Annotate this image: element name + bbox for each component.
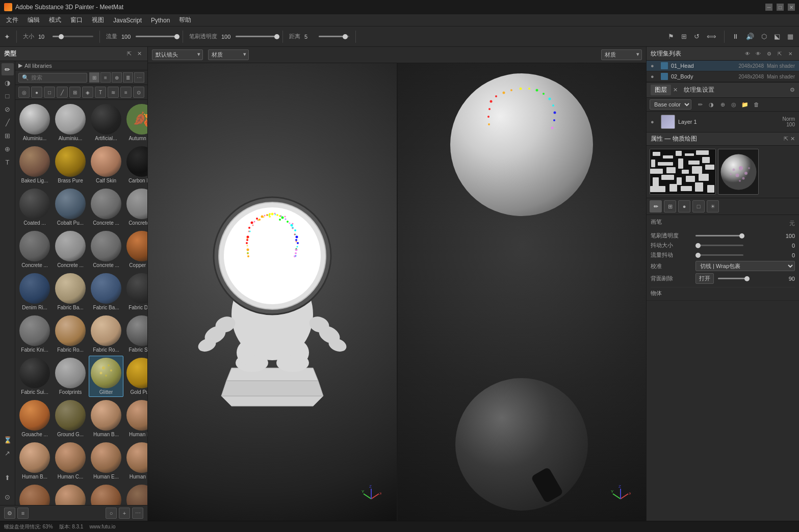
flow-jitter-slider[interactable] — [695, 254, 743, 256]
menu-view[interactable]: 视图 — [88, 15, 108, 25]
brush-opacity-slider[interactable] — [695, 235, 743, 236]
material-item-34[interactable]: Human E... — [89, 440, 123, 482]
eraser-tool-button[interactable]: ◑ — [2, 76, 14, 89]
volume-icon[interactable]: 🔊 — [746, 33, 754, 40]
eyedropper-button[interactable]: ⌛ — [2, 434, 14, 446]
texture-settings-tab[interactable]: 纹理集设置 — [680, 85, 718, 95]
material-item-6[interactable]: Calf Skin — [89, 144, 123, 185]
filter-env-button[interactable]: ≡ — [120, 87, 132, 98]
sort-button[interactable]: ≣ — [123, 72, 133, 83]
paint-tool-button[interactable]: ✏ — [2, 63, 14, 75]
props-sun-icon[interactable]: ☀ — [707, 200, 719, 212]
layer-delete-icon[interactable]: 🗑 — [751, 99, 761, 110]
layer-folder-icon[interactable]: 📁 — [740, 99, 750, 110]
material-item-27[interactable]: Gold Pure — [124, 356, 147, 397]
props-square-icon[interactable]: □ — [692, 200, 705, 212]
menu-javascript[interactable]: JavaScript — [109, 16, 146, 25]
smudge-tool-button[interactable]: ⊘ — [2, 103, 14, 115]
search-input[interactable] — [31, 74, 84, 81]
filter-all-button[interactable]: ◎ — [18, 87, 30, 98]
props-close-button[interactable]: ✕ — [790, 136, 795, 142]
material-item-14[interactable]: Concrete ... — [89, 229, 123, 270]
material-item-39[interactable]: Human H... — [124, 483, 147, 505]
menu-python[interactable]: Python — [147, 16, 174, 25]
material-item-17[interactable]: Fabric Ba... — [53, 271, 88, 312]
texture-close-button[interactable]: ✕ — [786, 49, 795, 58]
breadcrumb-all-libraries[interactable]: All libraries — [24, 63, 52, 69]
material-item-13[interactable]: Concrete ... — [53, 229, 88, 270]
panel-close-button[interactable]: ✕ — [135, 50, 143, 58]
material-item-2[interactable]: Artificial... — [89, 102, 123, 143]
minimize-button[interactable]: ─ — [765, 4, 772, 11]
add-bottom-button[interactable]: + — [119, 508, 130, 519]
left-viewport[interactable]: X Y Z — [148, 63, 398, 521]
texture-settings-button[interactable]: ⚙ — [764, 49, 774, 58]
material-item-3[interactable]: 🍂Autumn L... — [124, 102, 147, 143]
filter-brush-button[interactable]: ╱ — [57, 87, 68, 98]
material-item-15[interactable]: Copper P... — [124, 229, 147, 270]
material-item-12[interactable]: Concrete ... — [17, 229, 52, 270]
menu-mode[interactable]: 模式 — [45, 15, 65, 25]
material-item-29[interactable]: Ground G... — [53, 398, 88, 439]
material-item-23[interactable]: Fabric So... — [124, 313, 147, 355]
filter-button[interactable]: ⊕ — [112, 72, 122, 83]
material-item-4[interactable]: Baked Lig... — [17, 144, 52, 185]
import-button[interactable]: ⬆ — [2, 471, 14, 484]
material-item-35[interactable]: Human F... — [124, 440, 147, 482]
menu-file[interactable]: 文件 — [2, 15, 22, 25]
layer-tab-close-button[interactable]: ✕ — [673, 87, 678, 93]
texture-row-0[interactable]: ● 01_Head 2048x2048 Main shader — [647, 61, 799, 71]
props-brush-icon[interactable]: ✏ — [650, 200, 662, 212]
material-item-22[interactable]: Fabric Ro... — [89, 313, 123, 355]
material-item-36[interactable]: Human F... — [17, 483, 52, 505]
filter-box-button[interactable]: □ — [44, 87, 55, 98]
props-grid-icon[interactable]: ⊞ — [664, 200, 676, 212]
material-item-25[interactable]: Footprints — [53, 356, 88, 397]
grid-icon[interactable]: ⊞ — [681, 33, 687, 40]
settings-bottom-button[interactable]: ⚙ — [4, 508, 15, 519]
clone-tool-button[interactable]: ⊕ — [2, 143, 14, 155]
material-item-1[interactable]: Aluminiu... — [53, 102, 88, 143]
distance-slider[interactable] — [319, 36, 349, 37]
filter-material-button[interactable]: ◈ — [82, 87, 93, 98]
material-item-24[interactable]: Fabric Sui... — [17, 356, 52, 397]
more-button[interactable]: ⋯ — [134, 72, 144, 83]
close-button[interactable]: ✕ — [788, 4, 795, 11]
mirror-icon[interactable]: ⟺ — [707, 33, 716, 40]
render-icon[interactable]: ▦ — [787, 33, 793, 40]
line-tool-button[interactable]: ╱ — [2, 116, 14, 128]
menu-window[interactable]: 窗口 — [66, 15, 87, 25]
left-material-dropdown[interactable]: 材质 ▾ — [208, 49, 249, 60]
menu-help[interactable]: 帮助 — [175, 15, 195, 25]
material-item-11[interactable]: Concrete ... — [124, 187, 147, 228]
material-item-31[interactable]: Human B... — [124, 398, 147, 439]
tool-star-icon[interactable]: ✦ — [4, 33, 10, 41]
pause-icon[interactable]: ⏸ — [732, 33, 739, 40]
filter-pattern-button[interactable]: ⊞ — [69, 87, 81, 98]
shape-tool-button[interactable]: □ — [2, 90, 14, 102]
material-item-0[interactable]: Aluminiu... — [17, 102, 52, 143]
lens-dropdown[interactable]: 默认镜头 ▾ — [152, 49, 203, 60]
flow-slider[interactable] — [136, 36, 176, 37]
brush-expand-icon[interactable]: 元 — [789, 220, 795, 227]
material-item-5[interactable]: Brass Pure — [53, 144, 88, 185]
layer-eraser-icon[interactable]: ◑ — [706, 99, 716, 110]
more-bottom-button[interactable]: ⋯ — [132, 508, 143, 519]
jitter-slider[interactable] — [695, 245, 743, 246]
right-material-dropdown[interactable]: 材质 ▾ — [601, 49, 642, 60]
material-item-28[interactable]: Gouache ... — [17, 398, 52, 439]
grid-view-button[interactable]: ⊞ — [89, 72, 99, 83]
texture-row-1[interactable]: ● 02_Body 2048x2048 Main shader — [647, 71, 799, 82]
material-item-8[interactable]: Coated ... — [17, 187, 52, 228]
texture-eye-button[interactable]: 👁 — [743, 49, 752, 58]
list-view-button[interactable]: ≡ — [100, 72, 111, 83]
material-item-10[interactable]: Concrete ... — [89, 187, 123, 228]
circle-bottom-button[interactable]: ○ — [106, 508, 117, 519]
right-viewport[interactable]: X Y Z — [398, 63, 647, 521]
panel-popout-button[interactable]: ⇱ — [125, 50, 133, 58]
rotate-icon[interactable]: ↺ — [694, 33, 700, 40]
layer-select-icon[interactable]: ◎ — [729, 99, 739, 110]
material-item-26[interactable]: Glitter — [89, 356, 123, 397]
filter-sphere-button[interactable]: ● — [31, 87, 42, 98]
material-item-32[interactable]: Human B... — [17, 440, 52, 482]
